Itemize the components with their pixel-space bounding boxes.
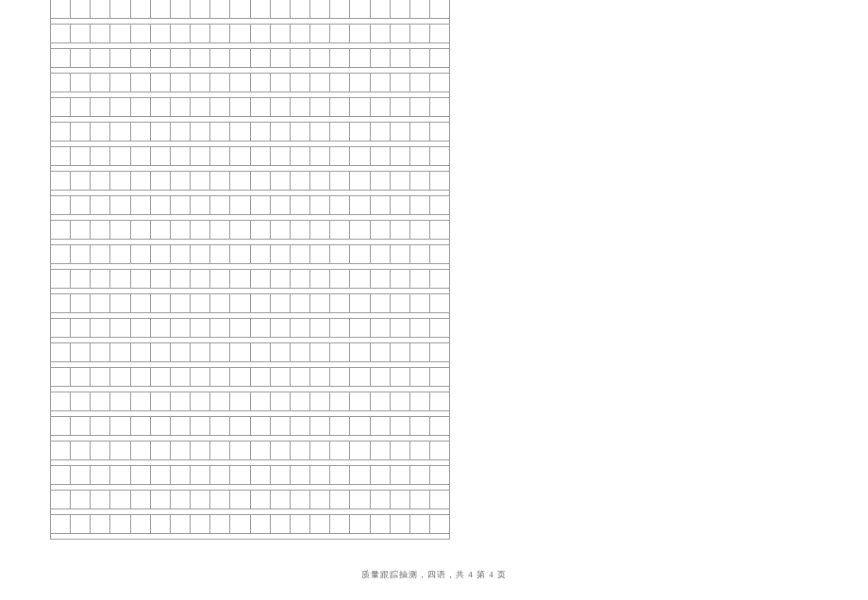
grid-cell (191, 417, 210, 435)
grid-cell (251, 392, 271, 410)
grid-cell (71, 466, 91, 484)
grid-cell (430, 98, 450, 116)
grid-cell (291, 49, 310, 67)
grid-cell (230, 25, 250, 42)
grid-cell (251, 245, 271, 263)
grid-cell (51, 196, 71, 214)
grid-cell (310, 0, 330, 18)
grid-cell (291, 98, 310, 116)
grid-cell (430, 491, 450, 508)
cells-row (50, 0, 450, 18)
grid-cell (251, 25, 271, 42)
grid-cell (271, 245, 291, 263)
grid-cell (391, 221, 410, 239)
grid-cell (230, 98, 250, 116)
grid-cell (71, 343, 91, 361)
grid-cell (371, 442, 391, 459)
grid-cell (350, 0, 370, 18)
grid-cell (291, 368, 310, 386)
grid-cell (391, 147, 410, 165)
grid-cell (310, 74, 330, 92)
grid-cell (430, 294, 450, 312)
grid-cell (310, 98, 330, 116)
grid-cell (110, 172, 130, 190)
grid-row (50, 147, 450, 172)
writing-grid (50, 0, 450, 540)
grid-cell (151, 417, 171, 435)
grid-cell (251, 343, 271, 361)
grid-cell (410, 392, 430, 410)
gap-row (50, 92, 450, 98)
grid-cell (310, 466, 330, 484)
cells-row (50, 196, 450, 214)
grid-cell (430, 147, 450, 165)
grid-cell (350, 442, 370, 459)
cells-row (50, 245, 450, 263)
grid-cell (171, 491, 191, 508)
grid-cell (430, 123, 450, 141)
grid-cell (410, 294, 430, 312)
grid-cell (210, 172, 230, 190)
grid-cell (410, 147, 430, 165)
grid-cell (131, 196, 151, 214)
grid-cell (350, 417, 370, 435)
grid-cell (410, 319, 430, 337)
grid-cell (91, 368, 110, 386)
grid-cell (51, 466, 71, 484)
grid-cell (291, 319, 310, 337)
grid-row (50, 515, 450, 540)
cells-row (50, 294, 450, 312)
grid-cell (191, 515, 210, 533)
cells-row (50, 368, 450, 386)
grid-cell (51, 0, 71, 18)
grid-cell (291, 74, 310, 92)
grid-row (50, 466, 450, 491)
grid-cell (230, 515, 250, 533)
grid-cell (131, 147, 151, 165)
cells-row (50, 74, 450, 92)
grid-cell (191, 98, 210, 116)
grid-row (50, 442, 450, 466)
grid-cell (371, 515, 391, 533)
grid-cell (151, 491, 171, 508)
grid-cell (291, 515, 310, 533)
grid-cell (291, 270, 310, 288)
grid-cell (151, 74, 171, 92)
grid-cell (310, 442, 330, 459)
grid-cell (210, 466, 230, 484)
grid-cell (251, 466, 271, 484)
grid-cell (210, 25, 230, 42)
grid-cell (131, 172, 151, 190)
grid-cell (131, 98, 151, 116)
grid-cell (310, 491, 330, 508)
cells-row (50, 491, 450, 508)
grid-cell (291, 147, 310, 165)
grid-row (50, 491, 450, 515)
grid-cell (91, 98, 110, 116)
grid-cell (71, 368, 91, 386)
grid-cell (210, 123, 230, 141)
grid-cell (71, 319, 91, 337)
grid-cell (330, 466, 350, 484)
grid-cell (251, 196, 271, 214)
grid-cell (230, 147, 250, 165)
grid-cell (151, 294, 171, 312)
grid-cell (171, 98, 191, 116)
grid-cell (371, 491, 391, 508)
grid-cell (291, 25, 310, 42)
grid-cell (310, 25, 330, 42)
grid-cell (71, 491, 91, 508)
grid-cell (91, 25, 110, 42)
grid-cell (430, 392, 450, 410)
grid-row (50, 343, 450, 368)
gap-row (50, 435, 450, 442)
grid-cell (71, 515, 91, 533)
grid-cell (210, 98, 230, 116)
grid-cell (391, 368, 410, 386)
grid-cell (91, 466, 110, 484)
grid-cell (391, 343, 410, 361)
grid-cell (350, 392, 370, 410)
grid-cell (371, 466, 391, 484)
grid-cell (310, 245, 330, 263)
grid-cell (410, 270, 430, 288)
